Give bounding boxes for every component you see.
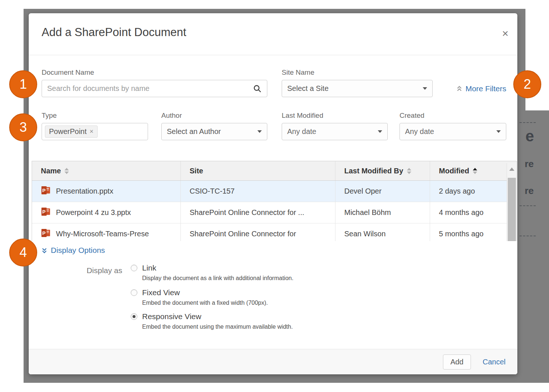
last-modified-by: Devel Oper [344, 187, 381, 195]
document-name: Powerpoint 4 zu 3.pptx [56, 208, 131, 217]
author-label: Author [161, 112, 182, 120]
last-modified-by: Michael Böhm [344, 208, 391, 217]
powerpoint-icon: P [41, 186, 51, 197]
last-modified-by: Sean Wilson [344, 230, 386, 238]
modified-date: 5 months ago [439, 230, 483, 238]
dialog-title: Add a SharePoint Document [42, 26, 186, 39]
created-label: Created [400, 112, 425, 120]
document-name-searchbox[interactable] [42, 80, 267, 97]
site-name: SharePoint Online Connector for [190, 230, 296, 238]
svg-text:P: P [42, 209, 46, 215]
author-select[interactable]: Select an Author [161, 123, 267, 140]
background-text-fragment: re [525, 158, 534, 170]
table-row[interactable]: P Why-Microsoft-Teams-Prese SharePoint O… [32, 223, 517, 241]
scroll-up-icon[interactable] [509, 167, 514, 171]
radio-fixed-view-description: Embed the document with a fixed width (7… [142, 300, 268, 306]
document-name: Presentation.pptx [56, 187, 113, 195]
more-filters-label: More Filters [465, 84, 506, 93]
modal-backdrop-right: e re re [525, 110, 549, 383]
radio-responsive-view-label[interactable]: Responsive View [142, 312, 201, 321]
site-name: SharePoint Online Connector for ... [190, 208, 304, 217]
screen: e re re Add a SharePoint Document × Docu… [0, 0, 549, 392]
annotation-badge-3: 3 [9, 113, 37, 141]
document-name: Why-Microsoft-Teams-Prese [56, 230, 149, 238]
type-label: Type [42, 112, 57, 120]
radio-link[interactable] [131, 265, 137, 271]
powerpoint-icon: P [41, 228, 51, 240]
search-icon[interactable] [253, 84, 262, 93]
dialog-header: Add a SharePoint Document × [29, 13, 517, 55]
powerpoint-icon: P [41, 207, 51, 219]
type-tag-powerpoint: PowerPoint × [45, 126, 98, 138]
scrollbar-thumb[interactable] [508, 178, 516, 241]
chevron-down-icon [378, 130, 382, 133]
background-dashed-line [520, 205, 536, 206]
table-scrollbar[interactable] [507, 163, 517, 241]
table-row[interactable]: P Powerpoint 4 zu 3.pptx SharePoint Onli… [32, 202, 517, 223]
sort-asc-icon [473, 168, 477, 174]
radio-responsive-view[interactable] [131, 313, 137, 320]
radio-fixed-view-label[interactable]: Fixed View [142, 288, 180, 297]
cancel-button[interactable]: Cancel [483, 358, 506, 366]
more-filters-link[interactable]: More Filters [457, 80, 506, 97]
last-modified-select[interactable]: Any date [282, 123, 388, 140]
last-modified-label: Last Modified [282, 112, 323, 120]
modified-date: 4 months ago [439, 208, 483, 217]
close-icon[interactable]: × [502, 28, 508, 39]
site-select[interactable]: Select a Site [282, 80, 433, 97]
table-header-row: Name Site Last Modified By Modified [32, 161, 517, 181]
chevron-down-icon [496, 130, 501, 133]
background-text-fragment: e [525, 127, 534, 145]
created-select[interactable]: Any date [400, 123, 506, 140]
type-tag-label: PowerPoint [49, 127, 87, 136]
annotation-badge-1: 1 [9, 70, 37, 98]
remove-tag-icon[interactable]: × [89, 128, 94, 135]
background-dashed-line [520, 236, 536, 236]
site-select-value: Select a Site [287, 84, 328, 93]
svg-text:P: P [42, 188, 46, 193]
display-option-link: Link Display the document as a link with… [131, 264, 293, 282]
author-select-value: Select an Author [167, 127, 221, 136]
document-name-label: Document Name [42, 68, 94, 77]
type-filter-box[interactable]: PowerPoint × [42, 123, 148, 140]
add-button[interactable]: Add [443, 354, 471, 370]
sort-icon [407, 168, 411, 174]
column-header-modified[interactable]: Modified [430, 161, 497, 180]
column-header-last-modified-by[interactable]: Last Modified By [335, 161, 430, 180]
created-select-value: Any date [405, 127, 434, 136]
chevrons-down-icon [42, 247, 47, 254]
radio-responsive-view-description: Embed the document using the maximum ava… [142, 324, 293, 330]
display-option-responsive-view: Responsive View Embed the document using… [131, 312, 293, 330]
annotation-badge-4: 4 [9, 239, 37, 266]
sort-icon [64, 168, 69, 174]
radio-link-description: Display the document as a link with addi… [142, 275, 293, 282]
table-row[interactable]: P Presentation.pptx CSIO-TC-157 Devel Op… [32, 181, 517, 202]
display-options-toggle[interactable]: Display Options [42, 246, 105, 255]
site-name-label: Site Name [282, 68, 314, 77]
radio-link-label[interactable]: Link [142, 264, 156, 272]
annotation-badge-2: 2 [513, 70, 541, 98]
column-header-name[interactable]: Name [32, 161, 181, 180]
display-options-label: Display Options [51, 246, 105, 255]
background-dashed-line [520, 122, 536, 123]
site-name: CSIO-TC-157 [190, 187, 235, 195]
last-modified-select-value: Any date [287, 127, 316, 136]
chevron-down-icon [257, 130, 262, 133]
document-name-input[interactable] [47, 84, 253, 93]
radio-fixed-view[interactable] [131, 289, 137, 296]
chevrons-up-icon [457, 85, 462, 92]
display-as-label: Display as [80, 266, 122, 275]
svg-text:P: P [42, 230, 46, 236]
chevron-down-icon [423, 87, 427, 90]
column-header-site[interactable]: Site [181, 161, 335, 180]
display-option-fixed-view: Fixed View Embed the document with a fix… [131, 288, 268, 306]
add-sharepoint-document-dialog: Add a SharePoint Document × Document Nam… [29, 13, 517, 374]
modified-date: 2 days ago [439, 187, 475, 195]
background-text-fragment: re [525, 185, 534, 197]
documents-table: Name Site Last Modified By Modified [32, 161, 517, 241]
dialog-footer: Add Cancel [29, 349, 517, 374]
